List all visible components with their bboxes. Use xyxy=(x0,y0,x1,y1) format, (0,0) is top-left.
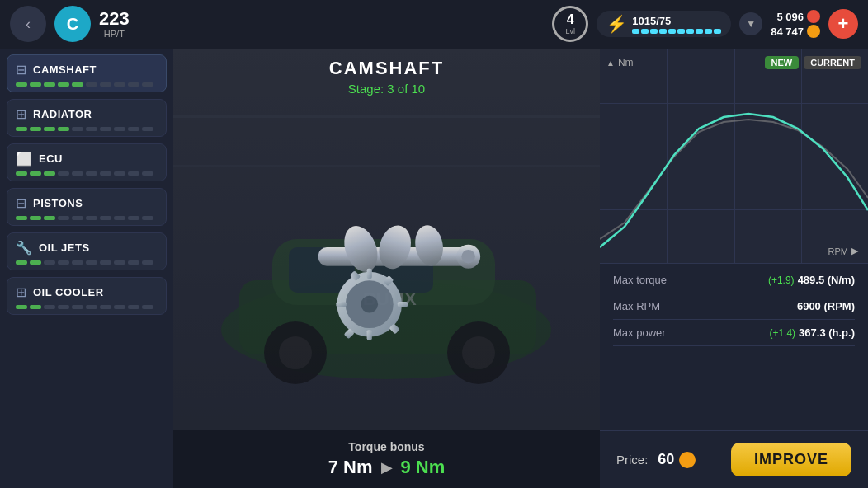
stat-value-block: (+1.4) 367.3 (h.p.) xyxy=(769,326,855,339)
progress-bar-segment xyxy=(86,305,97,309)
progress-bar-segment xyxy=(72,260,83,265)
svg-point-19 xyxy=(361,296,378,313)
progress-bar-segment xyxy=(72,82,83,87)
level-label: Lvl xyxy=(565,27,575,35)
sidebar-item-oil-jets[interactable]: 🔧OIL JETS xyxy=(7,232,167,270)
progress-bar-segment xyxy=(86,82,97,87)
svg-rect-1 xyxy=(173,115,600,118)
progress-bar-segment xyxy=(100,216,111,220)
price-value: 60 xyxy=(658,451,696,468)
sidebar-item-top: 🔧OIL JETS xyxy=(16,240,158,256)
camshaft-visual xyxy=(301,137,488,378)
sidebar-item-ecu[interactable]: ⬜ECU xyxy=(7,143,167,181)
torque-label: Torque bonus xyxy=(348,440,424,453)
stat-name: Max RPM xyxy=(613,300,660,312)
gems-row: 5 096 xyxy=(776,10,820,23)
progress-bar-segment xyxy=(128,260,139,265)
sidebar-oil-cooler-icon: ⊞ xyxy=(16,284,26,300)
stat-row: Max RPM6900 (RPM) xyxy=(613,300,855,320)
sidebar-oil-cooler-bars xyxy=(16,305,158,309)
rpm-label: RPM ▶ xyxy=(828,246,858,256)
stat-bonus: (+1.9) xyxy=(768,274,795,286)
back-button[interactable]: ‹ xyxy=(10,6,46,42)
progress-bar-segment xyxy=(114,260,125,265)
header: ‹ C 223 HP/T 4 Lvl ⚡ 1015/75 ▼ 5 096 84 … xyxy=(0,0,868,48)
energy-dot xyxy=(632,29,639,34)
progress-bar-segment xyxy=(128,216,139,220)
svg-point-29 xyxy=(461,250,475,264)
energy-dot xyxy=(696,29,703,34)
hp-label: HP/T xyxy=(104,29,125,39)
stat-value: 6900 (RPM) xyxy=(797,300,855,312)
stat-row: Max torque(+1.9) 489.5 (N/m) xyxy=(613,274,855,293)
progress-bar-segment xyxy=(72,127,83,131)
energy-dot xyxy=(686,29,694,34)
progress-bar-segment xyxy=(72,305,83,309)
stat-name: Max torque xyxy=(613,274,667,286)
add-currency-button[interactable]: + xyxy=(828,9,858,39)
energy-dots xyxy=(632,29,721,34)
progress-bar-segment xyxy=(58,127,69,131)
torque-chart-svg xyxy=(600,49,868,264)
energy-icon: ⚡ xyxy=(606,14,627,34)
torque-arrow-icon: ▶ xyxy=(381,458,393,476)
price-number: 60 xyxy=(658,451,674,468)
progress-bar-segment xyxy=(100,171,111,176)
sidebar-radiator-label: RADIATOR xyxy=(33,108,92,120)
energy-dot xyxy=(668,29,676,34)
energy-chevron-button[interactable]: ▼ xyxy=(739,12,762,35)
energy-block: ⚡ 1015/75 xyxy=(597,11,731,37)
energy-bar-area: 1015/75 xyxy=(632,15,721,34)
torque-info: Torque bonus 7 Nm ▶ 9 Nm xyxy=(173,430,600,488)
hp-value: 223 xyxy=(99,9,130,29)
progress-bar-segment xyxy=(72,216,83,220)
sidebar-camshaft-bars xyxy=(16,82,158,87)
progress-bar-segment xyxy=(142,260,153,265)
energy-value: 1015/75 xyxy=(632,15,721,27)
stat-bonus: (+1.4) xyxy=(769,327,795,339)
progress-bar-segment xyxy=(100,127,111,131)
energy-dot xyxy=(641,29,649,34)
progress-bar-segment xyxy=(86,260,97,265)
sidebar-oil-jets-label: OIL JETS xyxy=(39,242,90,254)
progress-bar-segment xyxy=(44,216,55,220)
progress-bar-segment xyxy=(30,216,41,220)
stat-value: 489.5 (N/m) xyxy=(798,274,855,286)
svg-rect-23 xyxy=(336,302,346,307)
sidebar-oil-jets-bars xyxy=(16,260,158,265)
sidebar-camshaft-icon: ⊟ xyxy=(16,62,26,77)
torque-old: 7 Nm xyxy=(328,457,373,478)
level-number: 4 xyxy=(567,12,574,27)
progress-bar-segment xyxy=(16,260,27,265)
svg-point-14 xyxy=(338,222,384,277)
progress-bar-segment xyxy=(142,171,153,176)
price-label: Price: xyxy=(616,453,648,467)
sidebar-item-camshaft[interactable]: ⊟CAMSHAFT xyxy=(7,54,167,92)
stat-value-block: (+1.9) 489.5 (N/m) xyxy=(768,274,855,286)
currency-block: 5 096 84 747 xyxy=(771,10,820,38)
progress-bar-segment xyxy=(142,305,153,309)
torque-new: 9 Nm xyxy=(401,457,446,478)
sidebar-oil-cooler-label: OIL COOLER xyxy=(33,286,104,298)
energy-dot xyxy=(677,29,685,34)
progress-bar-segment xyxy=(58,260,69,265)
sidebar-item-oil-cooler[interactable]: ⊞OIL COOLER xyxy=(7,277,167,315)
progress-bar-segment xyxy=(86,171,97,176)
profile-badge: C xyxy=(54,6,91,42)
sidebar-oil-jets-icon: 🔧 xyxy=(16,240,32,256)
sidebar-item-top: ⊞OIL COOLER xyxy=(16,284,158,300)
improve-button[interactable]: IMPROVE xyxy=(731,443,851,476)
bottom-bar: Price: 60 IMPROVE xyxy=(600,430,868,488)
progress-bar-segment xyxy=(128,127,139,131)
sidebar-item-radiator[interactable]: ⊞RADIATOR xyxy=(7,99,167,137)
sidebar-item-top: ⊞RADIATOR xyxy=(16,106,158,122)
part-title: CAMSHAFT xyxy=(173,58,600,79)
gem-icon xyxy=(807,10,820,23)
progress-bar-segment xyxy=(114,171,125,176)
progress-bar-segment xyxy=(86,216,97,220)
progress-bar-segment xyxy=(30,127,41,131)
progress-bar-segment xyxy=(114,305,125,309)
progress-bar-segment xyxy=(16,171,27,176)
progress-bar-segment xyxy=(128,82,139,87)
sidebar-item-pistons[interactable]: ⊟PISTONS xyxy=(7,188,167,226)
